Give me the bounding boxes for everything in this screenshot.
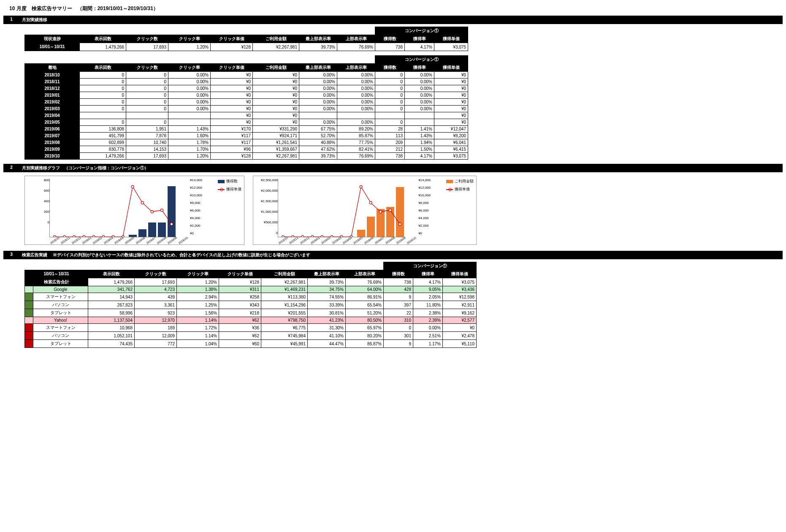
cell: 0.00% xyxy=(413,324,443,332)
cell: ¥0 xyxy=(434,79,468,85)
cell: 0.00% xyxy=(405,99,434,106)
row-label: タブレット xyxy=(33,309,88,317)
cell: 34.75% xyxy=(308,286,346,293)
row-header: 2019/01 xyxy=(25,92,80,99)
section-1-title: 月別実績推移 xyxy=(19,16,50,24)
cell: 77.75% xyxy=(337,139,375,146)
cell: 85.87% xyxy=(337,133,375,139)
cell: 0.00% xyxy=(337,106,375,112)
row-header: 10/01～10/31 xyxy=(25,43,80,51)
cell: ¥2,478 xyxy=(443,332,477,340)
cell: 1.94% xyxy=(405,139,434,146)
cell: 1.14% xyxy=(177,317,219,324)
cell: 0.00% xyxy=(337,72,375,79)
cell: 4,723 xyxy=(135,286,177,293)
y-axis-left: ¥2,500,000¥2,000,000¥1,500,000¥1,000,000… xyxy=(256,179,278,242)
cell: 51.20% xyxy=(346,309,384,317)
cell xyxy=(405,119,434,126)
table-row: タブレット74,4357721.04%¥60¥45,99144.47%86.87… xyxy=(25,340,477,348)
cell: 41.10% xyxy=(308,332,346,340)
cell: 1.70% xyxy=(168,146,211,153)
cell: ¥5,110 xyxy=(443,340,477,348)
cell: 1,479,266 xyxy=(80,43,126,51)
cell: ¥3,075 xyxy=(443,278,477,286)
col-header: 表示回数 xyxy=(80,35,126,43)
cell: ¥0 xyxy=(211,72,253,79)
cell: 89.20% xyxy=(337,126,375,133)
cell: 0 xyxy=(375,92,405,99)
cell xyxy=(126,112,168,119)
cell: 80.20% xyxy=(346,332,384,340)
cell: ¥311 xyxy=(219,286,261,293)
cell: 39.73% xyxy=(299,43,337,51)
cell: ¥6,415 xyxy=(434,146,468,153)
y-axis-right: ¥14,000¥12,000¥10,000¥8,000¥6,000¥4,000¥… xyxy=(188,179,212,242)
cell: 76.69% xyxy=(346,278,384,286)
col-header: 獲得単価 xyxy=(443,270,477,278)
cell: 17,693 xyxy=(135,278,177,286)
col-header: 最上部表示率 xyxy=(299,64,337,72)
cell: ¥0 xyxy=(434,92,468,99)
cell: 0.00% xyxy=(405,92,434,99)
svg-point-14 xyxy=(292,236,294,237)
color-bar xyxy=(25,293,33,301)
col-header: クリック単価 xyxy=(211,64,253,72)
svg-point-0 xyxy=(54,236,56,237)
x-axis-labels: 2018/102018/112018/122019/012019/022019/… xyxy=(49,237,188,242)
page-title: 10 月度 検索広告サマリー （期間：2019/10/01～2019/10/31… xyxy=(9,5,783,12)
cell: ¥258 xyxy=(219,293,261,301)
conv-header: コンバージョン① xyxy=(375,56,468,64)
cell: 602,899 xyxy=(80,139,126,146)
cell: ¥0 xyxy=(434,72,468,79)
cell: ¥0 xyxy=(211,79,253,85)
cell: ¥45,991 xyxy=(261,340,308,348)
cell: ¥170 xyxy=(211,126,253,133)
row-label: パソコン xyxy=(33,332,88,340)
cell: 2.05% xyxy=(413,293,443,301)
section-3-title: 検索広告実績 ※デバイスの判別ができないケースの数値は除外されているため、合計と… xyxy=(19,251,313,259)
cell: 301 xyxy=(384,332,413,340)
cell: ¥0 xyxy=(253,106,299,112)
cell xyxy=(80,112,126,119)
cell: ¥128 xyxy=(219,278,261,286)
cell: 0.00% xyxy=(299,119,337,126)
col-header: 獲得数 xyxy=(375,35,405,43)
row-header: 2019/04 xyxy=(25,112,80,119)
cell: 0.00% xyxy=(337,92,375,99)
cell: 65.54% xyxy=(346,301,384,309)
svg-point-18 xyxy=(331,236,333,237)
cell: ¥1,469,231 xyxy=(261,286,308,293)
col-header: クリック率 xyxy=(168,64,211,72)
cell: ¥36 xyxy=(219,324,261,332)
plot-area xyxy=(49,179,176,237)
cell: 67.75% xyxy=(299,126,337,133)
svg-point-16 xyxy=(311,236,314,237)
col-header: クリック数 xyxy=(126,35,168,43)
cell: ¥0 xyxy=(211,99,253,106)
cell: ¥343 xyxy=(219,301,261,309)
row-header: 2018/12 xyxy=(25,85,80,92)
cell: ¥1,359,667 xyxy=(253,146,299,153)
search-table-wrap: コンバージョン①10/01～10/31表示回数クリック数クリック率クリック単価ご… xyxy=(24,262,783,348)
col-header: 獲得数 xyxy=(375,64,405,72)
cell xyxy=(168,112,211,119)
cell: 74,435 xyxy=(88,340,135,348)
cell: 1.56% xyxy=(177,309,219,317)
cell: 0 xyxy=(126,92,168,99)
cell: 0.00% xyxy=(168,79,211,85)
cell: 1,951 xyxy=(126,126,168,133)
cell: 0 xyxy=(80,72,126,79)
col-header: クリック率 xyxy=(177,270,219,278)
cell: ¥2,267,981 xyxy=(261,278,308,286)
cell: 0.00% xyxy=(299,85,337,92)
cell: 1.20% xyxy=(168,43,211,51)
cell: 1.43% xyxy=(168,126,211,133)
cell: 22 xyxy=(384,309,413,317)
cell: ¥0 xyxy=(253,99,299,106)
cell: 52.70% xyxy=(299,133,337,139)
cell: 0.00% xyxy=(168,92,211,99)
cell: 64.00% xyxy=(346,286,384,293)
row-label: スマートフォン xyxy=(33,324,88,332)
cell: 0 xyxy=(126,85,168,92)
cell: 830,778 xyxy=(80,146,126,153)
